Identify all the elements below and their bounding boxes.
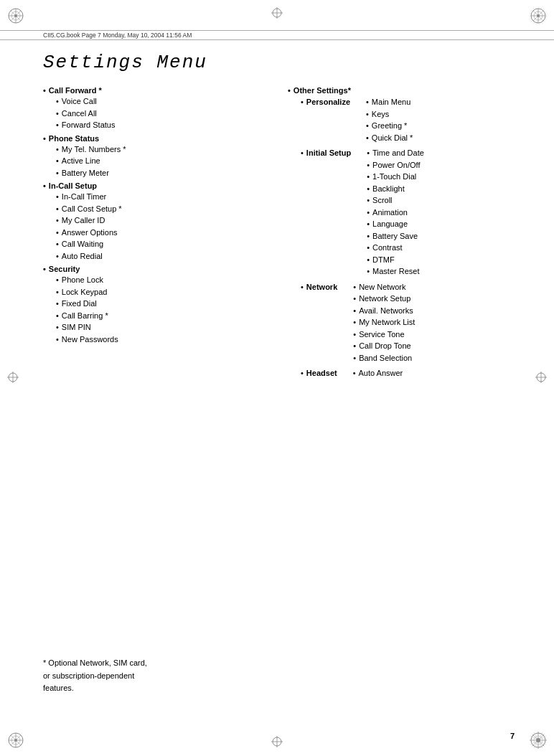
list-item: Answer Options: [56, 227, 266, 239]
menu-sub-headset-parent: Headset Auto Answer: [301, 367, 511, 381]
svg-point-6: [14, 14, 17, 17]
list-item: New Passwords: [56, 334, 266, 346]
left-menu-list: Call Forward * Voice Call Cancel All For…: [43, 86, 266, 345]
list-item: Call Cost Setup *: [56, 203, 266, 215]
list-item: Language: [367, 218, 424, 230]
menu-sub-network-parent: Network New Network Network Setup Avail.…: [301, 280, 511, 366]
menu-item-in-call-setup: In-Call Setup In-Call Timer Call Cost Se…: [43, 181, 266, 262]
menu-item-label-call-forward: Call Forward *: [43, 86, 266, 95]
list-item: Avail. Networks: [353, 305, 415, 317]
menu-sub-initial-setup: Time and Date Power On/Off 1-Touch Dial …: [367, 147, 424, 278]
sub-section-label-initial-setup: Initial Setup: [306, 147, 351, 159]
footer-note: * Optional Network, SIM card,or subscrip…: [43, 657, 147, 695]
footer-text: Optional Network, SIM card,or subscripti…: [43, 658, 147, 692]
list-item: Active Line: [56, 155, 266, 167]
list-item: Master Reset: [367, 265, 424, 278]
list-item: My Caller ID: [56, 214, 266, 227]
menu-item-label-phone-status: Phone Status: [43, 134, 266, 143]
list-item: Animation: [367, 207, 424, 219]
list-item: In-Call Timer: [56, 191, 266, 203]
page-title: Settings Menu: [43, 52, 511, 73]
list-item: Service Tone: [353, 329, 415, 341]
menu-item-label-in-call-setup: In-Call Setup: [43, 181, 266, 190]
list-item: 1-Touch Dial: [367, 171, 424, 183]
list-item: Voice Call: [56, 95, 266, 108]
list-item: Initial Setup Time and Date Power On/Off…: [301, 146, 511, 279]
list-item: Call Waiting: [56, 238, 266, 250]
header-text: CII5.CG.book Page 7 Monday, May 10, 2004…: [43, 32, 192, 39]
bottom-crosshair: [270, 734, 284, 750]
list-item: SIM PIN: [56, 321, 266, 334]
menu-sub-network: New Network Network Setup Avail. Network…: [353, 281, 415, 364]
menu-sub-initial-setup-parent: Initial Setup Time and Date Power On/Off…: [301, 146, 511, 279]
corner-decoration-bl: [6, 722, 34, 750]
list-item: Quick Dial *: [366, 132, 413, 144]
list-item: Headset Auto Answer: [301, 367, 511, 381]
list-item: Greeting *: [366, 120, 413, 132]
right-menu-list: Other Settings* Personalize Main Menu Ke…: [288, 86, 511, 381]
list-item: Network New Network Network Setup Avail.…: [301, 280, 511, 366]
list-item: Backlight: [367, 183, 424, 195]
menu-sub-personalize-parent: Personalize Main Menu Keys Greeting * Qu…: [301, 95, 511, 145]
list-item: Call Barring *: [56, 310, 266, 322]
list-item: Power On/Off: [367, 159, 424, 171]
list-item: Scroll: [367, 194, 424, 207]
right-crosshair: [534, 370, 548, 386]
list-item: Phone Lock: [56, 274, 266, 286]
menu-item-phone-status: Phone Status My Tel. Numbers * Active Li…: [43, 134, 266, 179]
list-item: Personalize Main Menu Keys Greeting * Qu…: [301, 95, 511, 145]
list-item: Call Drop Tone: [353, 340, 415, 352]
svg-point-32: [536, 738, 540, 742]
svg-point-13: [537, 14, 540, 17]
list-item: Contrast: [367, 242, 424, 254]
main-content: Settings Menu Call Forward * Voice Call …: [43, 52, 511, 384]
sub-section-label-headset: Headset: [306, 367, 337, 379]
menu-item-other-settings: Other Settings* Personalize Main Menu Ke…: [288, 86, 511, 381]
list-item: Cancel All: [56, 108, 266, 120]
list-item: Band Selection: [353, 352, 415, 364]
list-item: Fixed Dial: [56, 298, 266, 310]
menu-item-security: Security Phone Lock Lock Keypad Fixed Di…: [43, 265, 266, 345]
list-item: Forward Status: [56, 119, 266, 131]
list-item: My Tel. Numbers *: [56, 143, 266, 156]
menu-item-label-other-settings: Other Settings*: [288, 86, 511, 95]
list-item: Time and Date: [367, 147, 424, 159]
corner-decoration-br: [520, 722, 548, 750]
right-column: Other Settings* Personalize Main Menu Ke…: [288, 86, 511, 384]
sub-section-label-network: Network: [306, 281, 337, 293]
sub-section-label-personalize: Personalize: [306, 96, 350, 108]
menu-item-label-security: Security: [43, 265, 266, 273]
header-bar: CII5.CG.book Page 7 Monday, May 10, 2004…: [0, 30, 554, 40]
list-item: Battery Save: [367, 230, 424, 242]
page-number: 7: [510, 732, 515, 740]
menu-sub-security: Phone Lock Lock Keypad Fixed Dial Call B…: [56, 274, 266, 345]
menu-sub-headset: Auto Answer: [353, 367, 403, 379]
svg-point-21: [14, 739, 17, 742]
list-item: Main Menu: [366, 96, 413, 108]
top-crosshair: [270, 6, 284, 22]
menu-sub-phone-status: My Tel. Numbers * Active Line Battery Me…: [56, 143, 266, 179]
left-crosshair: [6, 370, 20, 386]
list-item: My Network List: [353, 316, 415, 329]
list-item: Auto Redial: [56, 250, 266, 263]
list-item: DTMF: [367, 254, 424, 266]
list-item: Lock Keypad: [56, 286, 266, 298]
menu-columns: Call Forward * Voice Call Cancel All For…: [43, 86, 511, 384]
list-item: Auto Answer: [353, 367, 403, 379]
list-item: New Network: [353, 281, 415, 293]
menu-item-call-forward: Call Forward * Voice Call Cancel All For…: [43, 86, 266, 131]
menu-sub-call-forward: Voice Call Cancel All Forward Status: [56, 95, 266, 131]
menu-sub-in-call-setup: In-Call Timer Call Cost Setup * My Calle…: [56, 191, 266, 262]
left-column: Call Forward * Voice Call Cancel All For…: [43, 86, 266, 384]
list-item: Network Setup: [353, 293, 415, 305]
list-item: Battery Meter: [56, 167, 266, 179]
list-item: Keys: [366, 108, 413, 121]
menu-sub-personalize: Main Menu Keys Greeting * Quick Dial *: [366, 96, 413, 143]
